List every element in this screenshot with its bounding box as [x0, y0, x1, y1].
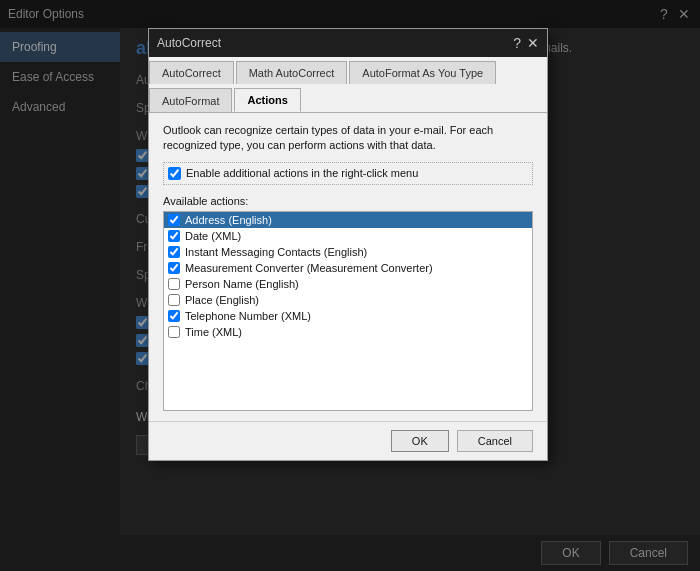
action-item-5[interactable]: Place (English) [164, 292, 532, 308]
action-label-7: Time (XML) [185, 326, 242, 338]
editor-options-window: Editor Options ? ✕ Proofing Ease of Acce… [0, 0, 700, 571]
action-label-2: Instant Messaging Contacts (English) [185, 246, 367, 258]
tab-row-2: AutoFormat Actions [149, 84, 547, 112]
action-label-4: Person Name (English) [185, 278, 299, 290]
action-check-7[interactable] [168, 326, 180, 338]
dialog-close-button[interactable]: ✕ [527, 35, 539, 51]
autocorrect-dialog: AutoCorrect ? ✕ AutoCorrect Math AutoCor… [148, 28, 548, 461]
dialog-content: Outlook can recognize certain types of d… [149, 113, 547, 421]
enable-additional-actions-row: Enable additional actions in the right-c… [163, 162, 533, 185]
action-item-7[interactable]: Time (XML) [164, 324, 532, 340]
enable-actions-checkbox[interactable] [168, 167, 181, 180]
dialog-titlebar: AutoCorrect ? ✕ [149, 29, 547, 57]
action-item-1[interactable]: Date (XML) [164, 228, 532, 244]
action-item-2[interactable]: Instant Messaging Contacts (English) [164, 244, 532, 260]
action-label-6: Telephone Number (XML) [185, 310, 311, 322]
action-label-1: Date (XML) [185, 230, 241, 242]
dialog-ok-button[interactable]: OK [391, 430, 449, 452]
tab-autoformat-as-you-type[interactable]: AutoFormat As You Type [349, 61, 496, 84]
dialog-footer: OK Cancel [149, 421, 547, 460]
dialog-controls: ? ✕ [513, 35, 539, 51]
action-item-6[interactable]: Telephone Number (XML) [164, 308, 532, 324]
tab-math-autocorrect[interactable]: Math AutoCorrect [236, 61, 348, 84]
action-check-5[interactable] [168, 294, 180, 306]
action-check-1[interactable] [168, 230, 180, 242]
dialog-description: Outlook can recognize certain types of d… [163, 123, 533, 154]
tab-autoformat[interactable]: AutoFormat [149, 88, 232, 112]
action-label-5: Place (English) [185, 294, 259, 306]
action-label-3: Measurement Converter (Measurement Conve… [185, 262, 433, 274]
tab-autocorrect[interactable]: AutoCorrect [149, 61, 234, 84]
tab-row-1: AutoCorrect Math AutoCorrect AutoFormat … [149, 57, 547, 84]
action-label-0: Address (English) [185, 214, 272, 226]
dialog-tabs: AutoCorrect Math AutoCorrect AutoFormat … [149, 57, 547, 113]
available-label: Available actions: [163, 195, 533, 207]
actions-list[interactable]: Address (English) Date (XML) Instant Mes… [163, 211, 533, 411]
action-item-3[interactable]: Measurement Converter (Measurement Conve… [164, 260, 532, 276]
dialog-title: AutoCorrect [157, 36, 221, 50]
action-check-0[interactable] [168, 214, 180, 226]
action-item-4[interactable]: Person Name (English) [164, 276, 532, 292]
enable-actions-label: Enable additional actions in the right-c… [186, 167, 418, 179]
action-check-3[interactable] [168, 262, 180, 274]
dialog-help-button[interactable]: ? [513, 35, 521, 51]
action-check-4[interactable] [168, 278, 180, 290]
tab-actions[interactable]: Actions [234, 88, 300, 112]
dialog-cancel-button[interactable]: Cancel [457, 430, 533, 452]
action-item-0[interactable]: Address (English) [164, 212, 532, 228]
action-check-2[interactable] [168, 246, 180, 258]
action-check-6[interactable] [168, 310, 180, 322]
